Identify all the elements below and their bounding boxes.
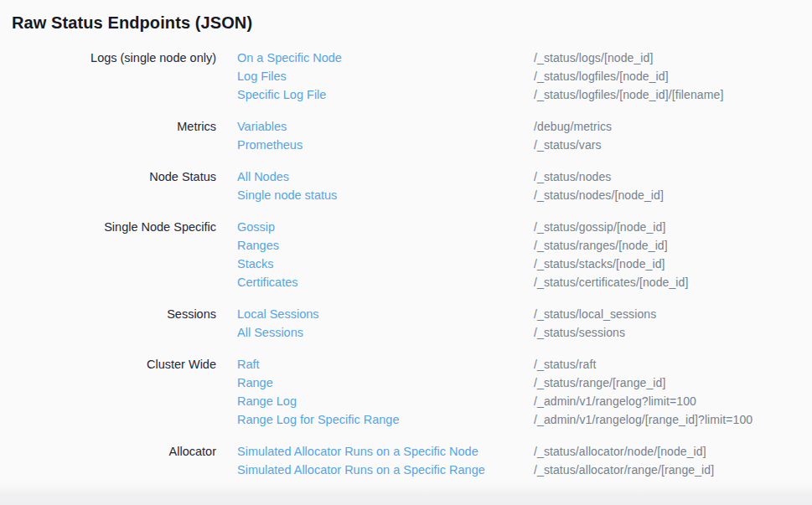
category-label: Cluster Wide [0,355,216,429]
endpoint-link[interactable]: Stacks [237,255,513,273]
category-label: Node Status [0,167,216,204]
endpoint-link[interactable]: All Nodes [237,167,513,186]
endpoint-link[interactable]: Specific Log File [237,85,513,104]
endpoint-links-column: Simulated Allocator Runs on a Specific N… [216,442,513,479]
endpoint-link[interactable]: Simulated Allocator Runs on a Specific N… [237,442,513,461]
endpoint-paths-column: /_status/allocator/node/[node_id]/_statu… [513,442,812,479]
endpoint-section: Logs (single node only)On a Specific Nod… [0,49,812,104]
endpoint-paths-column: /_status/gossip/[node_id]/_status/ranges… [513,218,812,291]
endpoint-link[interactable]: Range Log for Specific Range [237,410,513,429]
endpoint-link[interactable]: Range [237,374,513,392]
endpoint-paths-column: /debug/metrics/_status/vars [513,117,812,154]
endpoint-links-column: On a Specific NodeLog FilesSpecific Log … [216,49,513,104]
endpoint-path: /_admin/v1/rangelog/[range_id]?limit=100 [534,410,812,429]
debug-page: Raw Status Endpoints (JSON) Logs (single… [0,0,812,505]
endpoint-links-column: All NodesSingle node status [216,167,513,204]
endpoint-section: MetricsVariablesPrometheus/debug/metrics… [0,117,812,154]
page-title: Raw Status Endpoints (JSON) [12,11,812,34]
endpoint-links-column: VariablesPrometheus [216,117,513,154]
endpoint-link[interactable]: Log Files [237,67,513,85]
category-label: Allocator [0,442,216,479]
endpoint-path: /_status/allocator/range/[range_id] [534,461,812,479]
endpoint-link[interactable]: Local Sessions [237,305,513,323]
endpoint-section: Node StatusAll NodesSingle node status/_… [0,167,812,204]
endpoint-path: /debug/metrics [534,117,812,136]
endpoint-paths-column: /_status/raft/_status/range/[range_id]/_… [513,355,812,429]
endpoint-section: Cluster WideRaftRangeRange LogRange Log … [0,355,812,429]
endpoint-path: /_status/logs/[node_id] [534,49,812,67]
endpoint-links-column: GossipRangesStacksCertificates [216,218,513,291]
endpoint-links-column: RaftRangeRange LogRange Log for Specific… [216,355,513,429]
page-bottom-fade [0,483,812,505]
endpoint-path: /_status/local_sessions [534,305,812,323]
endpoint-path: /_status/range/[range_id] [534,374,812,392]
endpoint-path: /_status/nodes [534,167,812,186]
endpoint-path: /_status/logfiles/[node_id] [534,67,812,85]
endpoint-link[interactable]: Ranges [237,236,513,255]
endpoint-path: /_status/nodes/[node_id] [534,186,812,204]
endpoint-link[interactable]: Raft [237,355,513,374]
endpoint-paths-column: /_status/logs/[node_id]/_status/logfiles… [513,49,812,104]
category-label: Single Node Specific [0,218,216,291]
endpoint-path: /_status/gossip/[node_id] [534,218,812,236]
category-label: Logs (single node only) [0,49,216,104]
endpoint-link[interactable]: Single node status [237,186,513,204]
endpoint-link[interactable]: Range Log [237,392,513,410]
endpoint-link[interactable]: All Sessions [237,323,513,342]
endpoint-path: /_status/stacks/[node_id] [534,255,812,273]
endpoint-links-column: Local SessionsAll Sessions [216,305,513,342]
endpoint-paths-column: /_status/local_sessions/_status/sessions [513,305,812,342]
endpoint-path: /_status/vars [534,136,812,154]
endpoint-link[interactable]: Gossip [237,218,513,236]
endpoint-path: /_status/logfiles/[node_id]/[filename] [534,85,812,104]
endpoint-paths-column: /_status/nodes/_status/nodes/[node_id] [513,167,812,204]
raw-status-endpoints-table: Logs (single node only)On a Specific Nod… [0,49,812,479]
endpoint-path: /_status/raft [534,355,812,374]
endpoint-link[interactable]: Prometheus [237,136,513,154]
endpoint-path: /_status/allocator/node/[node_id] [534,442,812,461]
endpoint-section: SessionsLocal SessionsAll Sessions/_stat… [0,305,812,342]
endpoint-path: /_admin/v1/rangelog?limit=100 [534,392,812,410]
category-label: Sessions [0,305,216,342]
endpoint-path: /_status/certificates/[node_id] [534,273,812,291]
endpoint-link[interactable]: Certificates [237,273,513,291]
category-label: Metrics [0,117,216,154]
endpoint-link[interactable]: Simulated Allocator Runs on a Specific R… [237,461,513,479]
endpoint-section: Single Node SpecificGossipRangesStacksCe… [0,218,812,291]
endpoint-link[interactable]: Variables [237,117,513,136]
endpoint-section: AllocatorSimulated Allocator Runs on a S… [0,442,812,479]
endpoint-path: /_status/ranges/[node_id] [534,236,812,255]
endpoint-path: /_status/sessions [534,323,812,342]
endpoint-link[interactable]: On a Specific Node [237,49,513,67]
